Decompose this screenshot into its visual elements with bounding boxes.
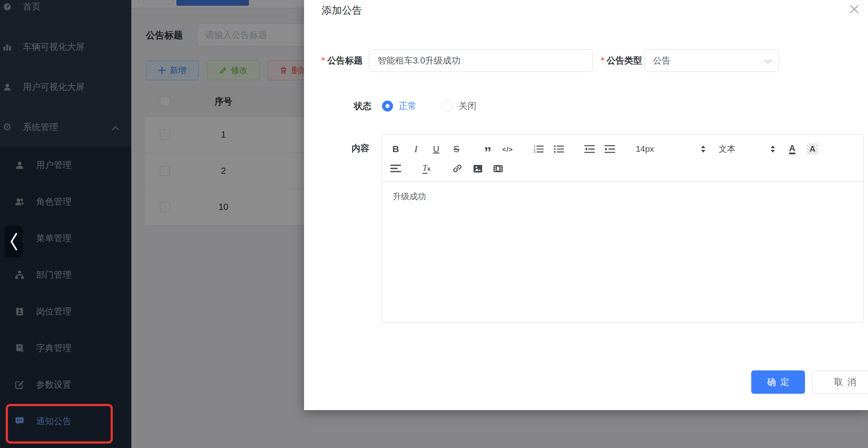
notice-title-input[interactable]: [369, 49, 593, 72]
status-radio-normal[interactable]: 正常: [382, 95, 416, 117]
status-label: 状态: [313, 95, 371, 117]
blockquote-icon[interactable]: ”: [481, 142, 494, 156]
text-format-select[interactable]: 文本: [719, 142, 775, 156]
image-icon[interactable]: [471, 162, 484, 175]
link-icon[interactable]: [451, 162, 464, 175]
updown-arrows-icon: [771, 146, 775, 153]
notice-type-value: 公告: [653, 55, 671, 67]
updown-arrows-icon: [701, 146, 705, 153]
sidebar-collapse-handle[interactable]: [4, 226, 23, 258]
video-icon[interactable]: [491, 162, 504, 175]
notice-title-label: 公告标题: [313, 49, 363, 72]
font-size-value: 14px: [636, 144, 654, 154]
radio-selected-icon: [382, 101, 393, 112]
text-color-icon[interactable]: A: [786, 142, 799, 156]
underline-icon[interactable]: U: [430, 142, 443, 156]
radio-label: 关闭: [459, 100, 476, 112]
radio-label: 正常: [399, 100, 416, 112]
font-size-select[interactable]: 14px: [636, 142, 705, 156]
status-radio-closed[interactable]: 关闭: [442, 95, 476, 117]
bullet-list-icon[interactable]: [552, 142, 565, 156]
text-format-value: 文本: [719, 143, 735, 155]
close-icon[interactable]: [848, 3, 861, 16]
bold-icon[interactable]: B: [389, 142, 402, 156]
background-color-icon[interactable]: A: [806, 142, 819, 156]
add-notice-dialog: 添加公告 公告标题 公告类型 公告 状态 正常 关闭 内容 B I U S ” …: [304, 0, 868, 410]
ordered-list-icon[interactable]: 123: [532, 142, 545, 156]
notice-type-label: 公告类型: [586, 49, 642, 72]
align-icon[interactable]: [389, 162, 402, 175]
dialog-title: 添加公告: [322, 4, 362, 17]
editor-content[interactable]: 升级成功: [382, 182, 863, 322]
code-block-icon[interactable]: </>: [501, 142, 514, 156]
indent-icon[interactable]: [603, 142, 616, 156]
svg-text:3: 3: [534, 150, 535, 154]
rich-text-editor: B I U S ” </> 123 14px: [382, 134, 864, 323]
outdent-icon[interactable]: [583, 142, 596, 156]
content-label: 内容: [313, 134, 369, 162]
cancel-button[interactable]: 取消: [812, 370, 868, 394]
confirm-button[interactable]: 确定: [751, 370, 805, 394]
italic-icon[interactable]: I: [409, 142, 423, 156]
editor-toolbar: B I U S ” </> 123 14px: [382, 135, 863, 182]
clean-format-icon[interactable]: Tx: [420, 162, 433, 175]
chevron-left-icon: [8, 231, 19, 253]
radio-unselected-icon: [442, 101, 453, 112]
chevron-down-icon: [764, 56, 772, 66]
notice-type-select[interactable]: 公告: [644, 49, 779, 72]
strike-icon[interactable]: S: [450, 142, 463, 156]
